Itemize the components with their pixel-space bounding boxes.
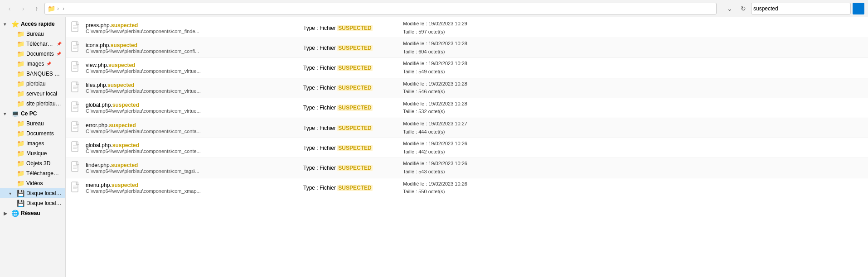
file-modified: Modifié le : 19/02/2023 10:28 bbox=[403, 100, 864, 108]
file-size: Taille : 604 octet(s) bbox=[403, 48, 864, 56]
sidebar-item-documents-2[interactable]: 📁 Documents bbox=[0, 129, 65, 138]
bureau-1-label: Bureau bbox=[26, 31, 44, 37]
table-row[interactable]: global.php.suspected C:\wamp64\www\pierb… bbox=[66, 98, 868, 118]
table-row[interactable]: error.php.suspected C:\wamp64\www\pierbi… bbox=[66, 118, 868, 138]
file-type-label: Type : Fichier bbox=[303, 185, 337, 191]
file-name-suspected: suspected bbox=[112, 102, 139, 108]
site-label: site pierbiau Backup bbox=[26, 100, 62, 107]
sidebar-item-images-2[interactable]: 📁 Images bbox=[0, 138, 65, 148]
sidebar-item-reseau[interactable]: ▶ 🌐 Réseau bbox=[0, 208, 65, 218]
sidebar-item-images-1[interactable]: 📁 Images 📌 bbox=[0, 59, 65, 69]
file-icon bbox=[71, 121, 82, 134]
refresh-button[interactable]: ↻ bbox=[737, 3, 749, 14]
sidebar-item-musique[interactable]: 📁 Musique bbox=[0, 148, 65, 158]
table-row[interactable]: files.php.suspected C:\wamp64\www\pierbi… bbox=[66, 78, 868, 98]
sidebar-item-ce-pc[interactable]: ▾ 💻 Ce PC bbox=[0, 109, 65, 119]
sidebar-item-acces-rapide[interactable]: ▾ ⭐ Accès rapide bbox=[0, 19, 65, 29]
sidebar-item-bureau-1[interactable]: 📁 Bureau bbox=[0, 29, 65, 39]
file-type-suspected: SUSPECTED bbox=[337, 45, 372, 51]
file-icon bbox=[71, 141, 82, 154]
file-size: Taille : 549 octet(s) bbox=[403, 68, 864, 76]
file-meta-col: Modifié le : 19/02/2023 10:26 Taille : 5… bbox=[403, 180, 864, 196]
table-row[interactable]: global.php.suspected C:\wamp64\www\pierb… bbox=[66, 138, 868, 158]
file-name-suspected: suspected bbox=[107, 82, 134, 88]
disque-c-icon: 💾 bbox=[17, 190, 24, 197]
file-icon bbox=[71, 161, 82, 174]
sidebar-item-pierbiau[interactable]: 📁 pierbiau bbox=[0, 79, 65, 89]
disque-q-label: Disque local (Q:) bbox=[26, 200, 62, 206]
file-name-col: menu.php.suspected C:\wamp64\www\pierbia… bbox=[86, 182, 303, 194]
file-size: Taille : 442 octet(s) bbox=[403, 148, 864, 156]
back-button[interactable]: ‹ bbox=[4, 3, 15, 14]
top-bar: ‹ › ↑ 📁 › › ⌄ ↻ bbox=[0, 0, 868, 17]
reseau-icon: 🌐 bbox=[11, 210, 19, 217]
file-meta-col: Modifié le : 19/02/2023 10:28 Taille : 5… bbox=[403, 60, 864, 76]
file-name-normal: global.php. bbox=[86, 102, 112, 108]
sidebar-item-bureau-2[interactable]: 📁 Bureau bbox=[0, 119, 65, 129]
search-input[interactable] bbox=[753, 5, 847, 12]
file-path: C:\wamp64\www\pierbiau\components\com_vi… bbox=[86, 108, 294, 114]
file-path: C:\wamp64\www\pierbiau\components\com_vi… bbox=[86, 68, 294, 74]
file-modified: Modifié le : 19/02/2023 10:26 bbox=[403, 180, 864, 188]
acces-rapide-label: Accès rapide bbox=[21, 21, 55, 27]
table-row[interactable]: menu.php.suspected C:\wamp64\www\pierbia… bbox=[66, 178, 868, 198]
file-type-suspected: SUSPECTED bbox=[337, 165, 372, 171]
banques-label: BANQUES 2023 bbox=[26, 71, 62, 77]
main-layout: ▾ ⭐ Accès rapide 📁 Bureau 📁 Téléchargeme… bbox=[0, 17, 868, 277]
bureau-2-label: Bureau bbox=[26, 120, 44, 127]
sidebar-item-serveur-local[interactable]: 📁 serveur local bbox=[0, 89, 65, 99]
sidebar-item-videos[interactable]: 📁 Vidéos bbox=[0, 178, 65, 188]
forward-button[interactable]: › bbox=[17, 3, 29, 14]
file-path: C:\wamp64\www\pierbiau\components\com_co… bbox=[86, 48, 294, 54]
table-row[interactable]: finder.php.suspected C:\wamp64\www\pierb… bbox=[66, 158, 868, 178]
file-type-suspected: SUSPECTED bbox=[337, 125, 372, 131]
file-name-col: files.php.suspected C:\wamp64\www\pierbi… bbox=[86, 82, 303, 94]
file-icon bbox=[71, 41, 82, 54]
sidebar-item-telechargements-1[interactable]: 📁 Téléchargements 📌 bbox=[0, 39, 65, 49]
sidebar-item-disque-q[interactable]: 💾 Disque local (Q:) bbox=[0, 198, 65, 208]
sidebar-item-disque-c[interactable]: ▾ 💾 Disque local (C:) bbox=[0, 188, 65, 198]
file-type-col: Type : Fichier SUSPECTED bbox=[303, 185, 403, 191]
table-row[interactable]: icons.php.suspected C:\wamp64\www\pierbi… bbox=[66, 38, 868, 58]
images-2-icon: 📁 bbox=[17, 140, 24, 147]
file-name-suspected: suspected bbox=[109, 122, 136, 129]
file-name-suspected: suspected bbox=[111, 22, 138, 29]
file-type-suspected: SUSPECTED bbox=[337, 25, 372, 31]
search-go-button[interactable] bbox=[853, 3, 864, 14]
sidebar-item-site-pierbiau[interactable]: 📁 site pierbiau Backup bbox=[0, 99, 65, 109]
file-type-col: Type : Fichier SUSPECTED bbox=[303, 25, 403, 31]
file-path: C:\wamp64\www\pierbiau\components\com_fi… bbox=[86, 29, 294, 34]
collapse-button[interactable]: ⌄ bbox=[724, 3, 736, 14]
table-row[interactable]: view.php.suspected C:\wamp64\www\pierbia… bbox=[66, 58, 868, 78]
videos-icon: 📁 bbox=[17, 180, 24, 187]
expand-disque-c-icon: ▾ bbox=[9, 191, 15, 196]
table-row[interactable]: press.php.suspected C:\wamp64\www\pierbi… bbox=[66, 18, 868, 38]
file-icon bbox=[71, 101, 82, 115]
sidebar-item-telechargements-2[interactable]: 📁 Téléchargements bbox=[0, 168, 65, 178]
file-size: Taille : 444 octet(s) bbox=[403, 128, 864, 136]
musique-icon: 📁 bbox=[17, 150, 24, 157]
sidebar-item-banques-2023[interactable]: 📁 BANQUES 2023 bbox=[0, 69, 65, 79]
file-name-col: global.php.suspected C:\wamp64\www\pierb… bbox=[86, 102, 303, 114]
file-name-col: icons.php.suspected C:\wamp64\www\pierbi… bbox=[86, 42, 303, 54]
file-name-normal: icons.php. bbox=[86, 42, 111, 48]
expand-acces-rapide-icon: ▾ bbox=[4, 22, 9, 27]
file-type-label: Type : Fichier bbox=[303, 85, 337, 91]
sidebar-item-documents-1[interactable]: 📁 Documents 📌 bbox=[0, 49, 65, 59]
file-type-label: Type : Fichier bbox=[303, 25, 337, 31]
file-name-normal: error.php. bbox=[86, 122, 109, 129]
file-path: C:\wamp64\www\pierbiau\components\com_vi… bbox=[86, 88, 294, 94]
file-icon bbox=[71, 181, 82, 195]
expand-ce-pc-icon: ▾ bbox=[4, 111, 9, 116]
documents-1-label: Documents bbox=[26, 51, 54, 57]
expand-reseau-icon: ▶ bbox=[4, 211, 9, 216]
bureau-1-icon: 📁 bbox=[17, 30, 24, 38]
sidebar-item-objets-3d[interactable]: 📁 Objets 3D bbox=[0, 158, 65, 168]
file-type-suspected: SUSPECTED bbox=[337, 65, 372, 71]
file-name-normal: menu.php. bbox=[86, 182, 112, 188]
up-button[interactable]: ↑ bbox=[31, 3, 43, 14]
file-name-col: view.php.suspected C:\wamp64\www\pierbia… bbox=[86, 62, 303, 74]
breadcrumb-separator-2: › bbox=[63, 5, 64, 12]
search-box bbox=[751, 3, 851, 14]
file-meta-col: Modifié le : 19/02/2023 10:28 Taille : 5… bbox=[403, 100, 864, 116]
